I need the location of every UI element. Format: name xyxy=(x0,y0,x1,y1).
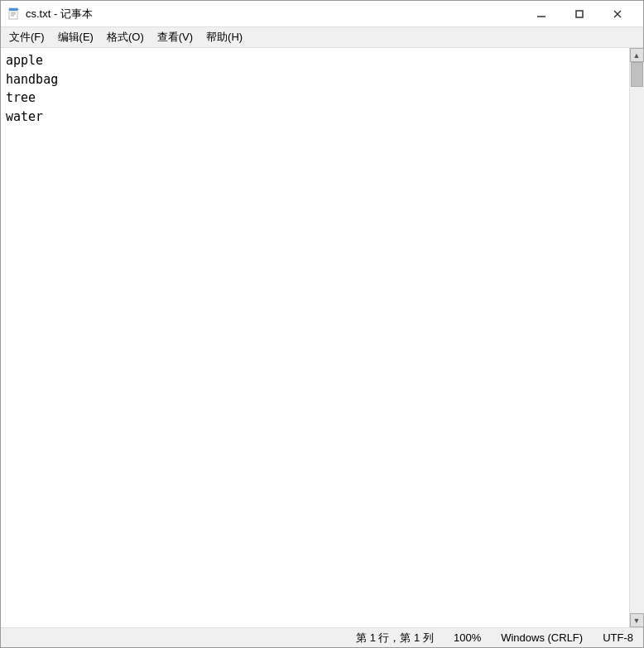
notepad-icon xyxy=(7,7,21,21)
menu-file[interactable]: 文件(F) xyxy=(2,28,51,46)
title-bar-left: cs.txt - 记事本 xyxy=(7,7,93,22)
window-title: cs.txt - 记事本 xyxy=(26,7,93,22)
scrollbar-vertical[interactable]: ▲ ▼ xyxy=(629,48,643,627)
title-bar: cs.txt - 记事本 xyxy=(1,1,643,27)
title-bar-controls xyxy=(522,1,637,27)
svg-rect-7 xyxy=(576,11,583,17)
text-editor[interactable]: apple handbag tree water xyxy=(1,48,629,627)
scroll-down-arrow[interactable]: ▼ xyxy=(630,613,644,627)
scroll-up-arrow[interactable]: ▲ xyxy=(630,48,644,62)
menu-view[interactable]: 查看(V) xyxy=(151,28,199,46)
editor-area: apple handbag tree water ▲ ▼ xyxy=(1,48,643,627)
scrollbar-thumb[interactable] xyxy=(631,62,643,87)
maximize-button[interactable] xyxy=(560,1,598,27)
status-bar: 第 1 行，第 1 列 100% Windows (CRLF) UTF-8 xyxy=(1,627,643,647)
notepad-window: cs.txt - 记事本 文件(F) 编辑(E) 格式(O) 查看(V) 帮助(… xyxy=(0,0,644,648)
line-ending: Windows (CRLF) xyxy=(501,631,583,644)
minimize-button[interactable] xyxy=(522,1,560,27)
menu-bar: 文件(F) 编辑(E) 格式(O) 查看(V) 帮助(H) xyxy=(1,27,643,48)
menu-format[interactable]: 格式(O) xyxy=(100,28,151,46)
cursor-position: 第 1 行，第 1 列 xyxy=(356,631,434,646)
zoom-level: 100% xyxy=(454,631,481,644)
svg-rect-1 xyxy=(9,8,17,11)
encoding: UTF-8 xyxy=(603,631,633,644)
scrollbar-track[interactable] xyxy=(630,62,644,613)
svg-marker-5 xyxy=(17,8,19,10)
menu-help[interactable]: 帮助(H) xyxy=(199,28,249,46)
close-button[interactable] xyxy=(598,1,637,27)
menu-edit[interactable]: 编辑(E) xyxy=(51,28,100,46)
